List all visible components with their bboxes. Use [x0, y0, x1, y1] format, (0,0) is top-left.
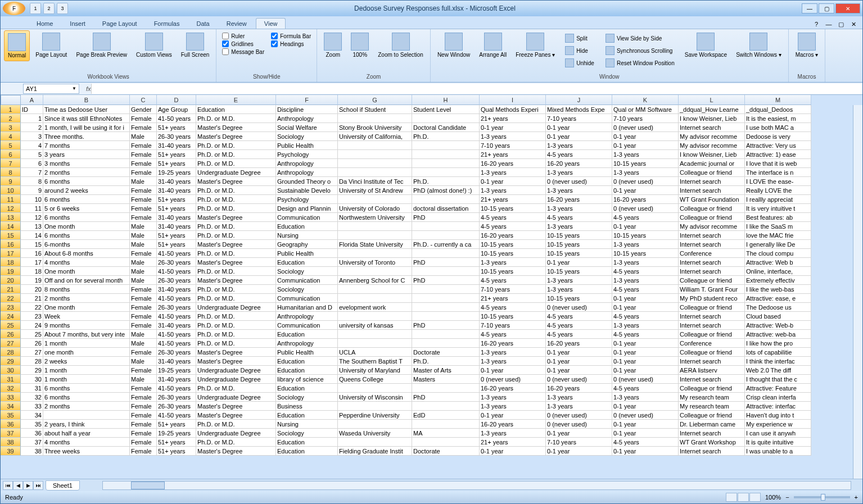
cell[interactable]: 26-30 years [157, 276, 196, 285]
cell[interactable]: 21+ years [480, 195, 546, 204]
cell[interactable]: 1-3 years [612, 240, 679, 249]
cell[interactable]: Female [130, 159, 157, 168]
cell[interactable]: Online, interface, [745, 267, 811, 276]
cell[interactable]: one month [43, 348, 130, 357]
cell[interactable]: Female [130, 348, 157, 357]
tab-formulas[interactable]: Formulas [146, 19, 188, 29]
cell[interactable]: 31-40 years [157, 321, 196, 330]
cell[interactable]: Master's Degree [196, 177, 276, 186]
cell[interactable]: Education [276, 258, 338, 267]
cell[interactable]: Masters [412, 375, 480, 384]
cell[interactable]: 2 months [43, 294, 130, 303]
cell[interactable]: 1 [21, 114, 43, 123]
cell[interactable]: Male [130, 258, 157, 267]
row-header-17[interactable]: 17 [1, 249, 21, 258]
cell[interactable]: 51+ years [157, 447, 196, 456]
cell[interactable]: Da Vinci Institute of Tec [338, 177, 412, 186]
cell[interactable]: Doctorate [412, 447, 480, 456]
cell[interactable]: 0-1 year [612, 339, 679, 348]
cell[interactable]: EdD [412, 411, 480, 420]
cell[interactable]: 26-30 years [157, 258, 196, 267]
cell[interactable]: 0 (never used) [546, 177, 612, 186]
cell[interactable]: 0-1 year [546, 123, 612, 132]
cell[interactable]: Annenberg School for C [338, 276, 412, 285]
cell[interactable]: My advisor recomme [679, 132, 745, 141]
normal-view-button[interactable]: Normal [4, 30, 30, 61]
cell[interactable]: 19-25 years [157, 366, 196, 375]
cell[interactable]: evelopment work [338, 303, 412, 312]
save-workspace-button[interactable]: Save Workspace [681, 30, 730, 60]
cell[interactable]: Ph.D. or M.D. [196, 249, 276, 258]
cell[interactable]: 22 [21, 303, 43, 312]
cell[interactable] [412, 339, 480, 348]
cell[interactable]: 4 [21, 141, 43, 150]
cell[interactable]: Communication [276, 294, 338, 303]
cell[interactable]: 1-3 years [546, 285, 612, 294]
cell[interactable]: Colleague or friend [679, 411, 745, 420]
cell[interactable]: Internet search [679, 231, 745, 240]
cell[interactable]: Ph.D. or M.D. [196, 222, 276, 231]
cell[interactable]: Female [130, 249, 157, 258]
cell[interactable]: 31 [21, 384, 43, 393]
cell[interactable]: Anthropology [276, 159, 338, 168]
cell[interactable]: 28 [21, 357, 43, 366]
cell[interactable]: 0 (never used) [612, 204, 679, 213]
cell[interactable] [412, 384, 480, 393]
cell[interactable]: 16-20 years [480, 339, 546, 348]
cell[interactable]: Female [130, 384, 157, 393]
cell[interactable]: University of St Andrew [338, 186, 412, 195]
formula-bar-checkbox[interactable]: Formula Bar [271, 33, 311, 39]
cell[interactable]: 6 months [43, 177, 130, 186]
headings-checkbox[interactable]: Headings [271, 40, 311, 47]
cell[interactable]: I was unable to a [745, 447, 811, 456]
cell[interactable]: 16-20 years [546, 384, 612, 393]
row-header-10[interactable]: 10 [1, 186, 21, 195]
cell[interactable] [338, 249, 412, 258]
cell[interactable]: Age Group [157, 105, 196, 114]
cell[interactable]: 4-5 years [480, 330, 546, 339]
row-header-38[interactable]: 38 [1, 438, 21, 447]
cell[interactable]: 4-5 years [612, 438, 679, 447]
cell[interactable] [338, 420, 412, 429]
cell[interactable]: 0-1 year [480, 411, 546, 420]
cell[interactable]: 41-50 years [157, 339, 196, 348]
cell[interactable]: Ph.D. - currently a ca [412, 240, 480, 249]
cell[interactable]: Week [43, 312, 130, 321]
cell[interactable]: 51+ years [157, 240, 196, 249]
cell[interactable]: 18 [21, 267, 43, 276]
cell[interactable]: Gender [130, 105, 157, 114]
cell[interactable] [412, 249, 480, 258]
cell[interactable]: Internet search [679, 177, 745, 186]
row-header-35[interactable]: 35 [1, 411, 21, 420]
cell[interactable]: 16-20 years [612, 195, 679, 204]
cell[interactable]: 6 [21, 159, 43, 168]
cell[interactable]: 0-1 year [612, 186, 679, 195]
cell[interactable]: Anthropology [276, 339, 338, 348]
cell[interactable]: 34 [21, 411, 43, 420]
cell[interactable]: 15 [21, 240, 43, 249]
tab-view[interactable]: View [256, 18, 286, 29]
cell[interactable]: Communication [276, 321, 338, 330]
cell[interactable]: 4-5 years [546, 213, 612, 222]
cell[interactable]: 4-5 years [480, 303, 546, 312]
sheet-next-icon[interactable]: ▶ [23, 481, 33, 490]
cell[interactable]: William T. Grant Four [679, 285, 745, 294]
cell[interactable]: 0-1 year [546, 348, 612, 357]
cell[interactable]: 35 [21, 420, 43, 429]
cell[interactable]: 0-1 year [612, 402, 679, 411]
cell[interactable]: Three weeks [43, 447, 130, 456]
zoom-thumb[interactable] [821, 494, 825, 501]
cell[interactable]: Male [130, 231, 157, 240]
cell[interactable] [338, 222, 412, 231]
cell[interactable]: Public Health [276, 141, 338, 150]
cell[interactable]: Anthropology [276, 114, 338, 123]
cell[interactable]: Education [276, 384, 338, 393]
zoom-selection-button[interactable]: Zoom to Selection [374, 30, 427, 60]
cell[interactable] [338, 384, 412, 393]
cell[interactable]: Cloud based [745, 312, 811, 321]
office-button[interactable]: F [3, 2, 25, 15]
cell[interactable]: Internet search [679, 312, 745, 321]
cell[interactable]: 0 (never used) [546, 375, 612, 384]
cell[interactable]: 16-20 years [546, 339, 612, 348]
cell[interactable]: 16 [21, 249, 43, 258]
